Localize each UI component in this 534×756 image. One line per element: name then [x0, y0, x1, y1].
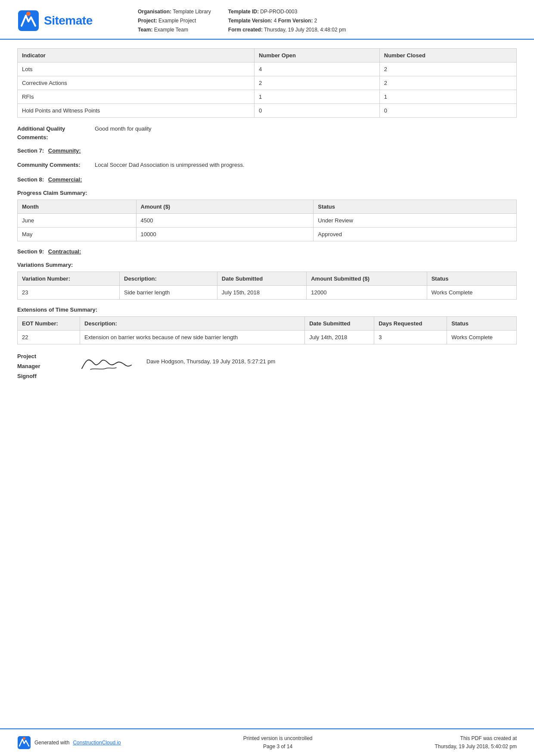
indicators-table: Indicator Number Open Number Closed Lots…: [17, 48, 517, 118]
open-cell: 2: [255, 76, 380, 90]
main-content: Indicator Number Open Number Closed Lots…: [0, 40, 534, 416]
footer-center: Printed version is uncontrolled Page 3 o…: [243, 734, 313, 751]
form-created-line: Form created: Thursday, 19 July 2018, 4:…: [228, 26, 346, 34]
section8-num: Section 8:: [17, 176, 44, 183]
header-col-right: Template ID: DP-PROD-0003 Template Versi…: [228, 8, 346, 34]
footer-right: This PDF was created at Thursday, 19 Jul…: [435, 734, 517, 751]
eot-date-cell: July 14th, 2018: [305, 330, 374, 344]
var-amount-cell: 12000: [307, 285, 427, 299]
var-num-col-header: Variation Number:: [18, 272, 120, 285]
eot-table: EOT Number: Description: Date Submitted …: [17, 316, 517, 344]
template-id-line: Template ID: DP-PROD-0003: [228, 8, 346, 16]
signoff-row: Project Manager Signoff Dave Hodgson, Th…: [17, 351, 517, 381]
footer-link[interactable]: ConstructionCloud.io: [73, 740, 121, 746]
var-num-cell: 23: [18, 285, 120, 299]
var-desc-col-header: Description:: [120, 272, 217, 285]
closed-cell: 2: [379, 62, 516, 76]
table-row: RFIs 1 1: [18, 90, 517, 104]
eot-num-col-header: EOT Number:: [18, 316, 80, 330]
eot-status-cell: Works Complete: [447, 330, 517, 344]
eot-desc-cell: Extension on barrier works because of ne…: [80, 330, 305, 344]
additional-quality-row: Additional Quality Comments: Good month …: [17, 125, 517, 141]
section7-title: Community:: [48, 147, 81, 154]
month-col-header: Month: [18, 200, 137, 213]
template-version-line: Template Version: 4 Form Version: 2: [228, 17, 346, 25]
section9-heading: Section 9: Contractual:: [17, 248, 517, 255]
page-header: Sitemate Organisation: Template Library …: [0, 0, 534, 40]
var-desc-cell: Side barrier length: [120, 285, 217, 299]
signoff-label: Project Manager Signoff: [17, 351, 69, 381]
open-cell: 1: [255, 90, 380, 104]
additional-quality-label: Additional Quality Comments:: [17, 125, 95, 141]
sitemate-logo-icon: [17, 9, 40, 32]
number-open-col-header: Number Open: [255, 49, 380, 62]
month-cell: May: [18, 227, 137, 241]
svg-point-1: [26, 12, 31, 16]
header-col-left: Organisation: Template Library Project: …: [138, 8, 211, 34]
eot-date-col-header: Date Submitted: [305, 316, 374, 330]
table-row: June 4500 Under Review: [18, 213, 517, 227]
table-row: Lots 4 2: [18, 62, 517, 76]
closed-cell: 1: [379, 90, 516, 104]
page-footer: Generated with ConstructionCloud.io Prin…: [0, 728, 534, 756]
footer-page-info: Page 3 of 14: [243, 743, 313, 751]
table-row: 22 Extension on barrier works because of…: [18, 330, 517, 344]
var-amount-col-header: Amount Submitted ($): [307, 272, 427, 285]
community-comments-value: Local Soccer Dad Association is unimpres…: [95, 161, 517, 169]
section9-num: Section 9:: [17, 248, 44, 255]
indicator-cell: Lots: [18, 62, 255, 76]
logo-text: Sitemate: [44, 14, 93, 28]
section8-title: Commercial:: [48, 176, 82, 183]
project-line: Project: Example Project: [138, 17, 211, 25]
eot-status-col-header: Status: [447, 316, 517, 330]
status-col-header: Status: [314, 200, 517, 213]
amount-cell: 4500: [136, 213, 314, 227]
indicator-cell: RFIs: [18, 90, 255, 104]
footer-pdf-created-date: Thursday, 19 July 2018, 5:40:02 pm: [435, 743, 517, 751]
indicator-cell: Hold Points and Witness Points: [18, 104, 255, 118]
table-row: 23 Side barrier length July 15th, 2018 1…: [18, 285, 517, 299]
section8-heading: Section 8: Commercial:: [17, 176, 517, 183]
community-comments-row: Community Comments: Local Soccer Dad Ass…: [17, 161, 517, 169]
open-cell: 4: [255, 62, 380, 76]
eot-num-cell: 22: [18, 330, 80, 344]
team-line: Team: Example Team: [138, 26, 211, 34]
footer-uncontrolled: Printed version is uncontrolled: [243, 734, 313, 743]
org-line: Organisation: Template Library: [138, 8, 211, 16]
svg-point-3: [23, 737, 25, 740]
progress-claim-title: Progress Claim Summary:: [17, 190, 517, 196]
variations-table: Variation Number: Description: Date Subm…: [17, 272, 517, 300]
footer-generated-text: Generated with: [34, 740, 69, 746]
indicator-col-header: Indicator: [18, 49, 255, 62]
var-date-col-header: Date Submitted: [217, 272, 306, 285]
section7-heading: Section 7: Community:: [17, 147, 517, 154]
section9-title: Contractual:: [48, 248, 81, 255]
signoff-meta: Dave Hodgson, Thursday, 19 July 2018, 5:…: [146, 351, 275, 365]
status-cell: Under Review: [314, 213, 517, 227]
logo-area: Sitemate: [17, 9, 138, 32]
additional-quality-value: Good month for quality: [95, 125, 517, 133]
footer-pdf-created-label: This PDF was created at: [435, 734, 517, 743]
var-date-cell: July 15th, 2018: [217, 285, 306, 299]
var-status-cell: Works Complete: [427, 285, 516, 299]
eot-days-cell: 3: [374, 330, 447, 344]
variations-title: Variations Summary:: [17, 262, 517, 268]
closed-cell: 0: [379, 104, 516, 118]
footer-left: Generated with ConstructionCloud.io: [17, 736, 121, 750]
section7-num: Section 7:: [17, 147, 44, 154]
number-closed-col-header: Number Closed: [379, 49, 516, 62]
eot-desc-col-header: Description:: [80, 316, 305, 330]
month-cell: June: [18, 213, 137, 227]
header-meta: Organisation: Template Library Project: …: [138, 8, 517, 34]
footer-logo-icon: [17, 736, 31, 750]
community-comments-label: Community Comments:: [17, 161, 95, 169]
table-row: Corrective Actions 2 2: [18, 76, 517, 90]
table-row: Hold Points and Witness Points 0 0: [18, 104, 517, 118]
indicator-cell: Corrective Actions: [18, 76, 255, 90]
eot-days-col-header: Days Requested: [374, 316, 447, 330]
status-cell: Approved: [314, 227, 517, 241]
var-status-col-header: Status: [427, 272, 516, 285]
open-cell: 0: [255, 104, 380, 118]
table-row: May 10000 Approved: [18, 227, 517, 241]
amount-col-header: Amount ($): [136, 200, 314, 213]
